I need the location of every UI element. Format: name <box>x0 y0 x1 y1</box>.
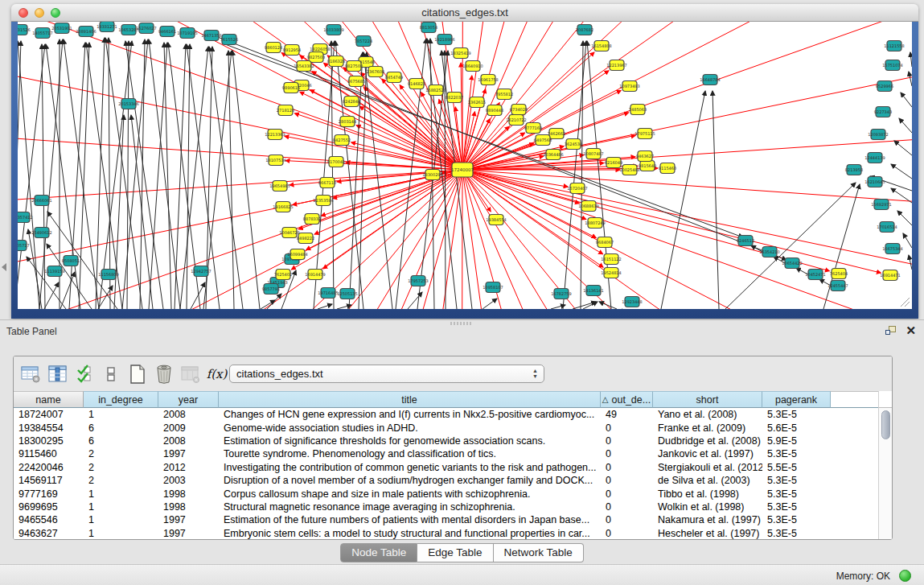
graph-edge[interactable] <box>910 52 912 67</box>
graph-node[interactable]: 9857791 <box>262 284 280 295</box>
cell-year[interactable]: 1997 <box>158 514 219 525</box>
graph-edge[interactable] <box>462 170 596 238</box>
cell-year[interactable]: 1998 <box>158 501 219 513</box>
cell-name[interactable]: 18724007 <box>14 409 84 420</box>
cell-year[interactable]: 2012 <box>158 462 219 473</box>
cell-in_degree[interactable]: 1 <box>84 501 158 513</box>
graph-node[interactable]: 20153346 <box>118 99 138 109</box>
graph-edge[interactable] <box>187 44 190 309</box>
graph-node[interactable]: 18107534 <box>265 155 285 166</box>
graph-edge[interactable] <box>461 170 462 309</box>
graph-node[interactable]: 10654422 <box>782 258 802 269</box>
graph-node[interactable]: 14055717 <box>32 28 52 39</box>
graph-node[interactable]: 10958107 <box>483 282 503 293</box>
graph-edge[interactable] <box>661 91 705 309</box>
graph-node[interactable]: 2087682 <box>576 25 593 35</box>
graph-node[interactable]: 17957253 <box>408 276 428 286</box>
graph-edge[interactable] <box>462 22 912 170</box>
graph-node[interactable]: 15692971 <box>871 200 891 210</box>
cell-name[interactable]: 19384554 <box>14 422 84 434</box>
graph-node[interactable]: 25490612 <box>31 228 51 238</box>
graph-edge[interactable] <box>462 22 912 170</box>
graph-node[interactable]: 12455447 <box>827 281 848 291</box>
graph-node[interactable]: 1675685 <box>347 76 365 87</box>
cell-title[interactable]: Estimation of significance thresholds fo… <box>219 435 601 447</box>
cell-title[interactable]: Corpus callosum shape and size in male p… <box>219 488 601 500</box>
graph-edge[interactable] <box>462 22 912 170</box>
cell-short[interactable]: Nakamura et al. (1997) <box>653 514 762 525</box>
graph-edge[interactable] <box>462 112 474 170</box>
cell-title[interactable]: Estimation of the future numbers of pati… <box>219 514 601 525</box>
graph-node[interactable]: 12942757 <box>191 266 211 277</box>
graph-node[interactable]: 8213958 <box>845 165 863 175</box>
cell-short[interactable]: Franke et al. (2009) <box>653 422 762 434</box>
graph-node[interactable]: 16782759 <box>551 289 571 299</box>
graph-node[interactable]: 7615526 <box>220 35 238 45</box>
graph-node[interactable]: 16099484 <box>287 249 307 260</box>
graph-edge[interactable] <box>462 52 594 170</box>
graph-edge[interactable] <box>225 44 743 237</box>
cell-in_degree[interactable]: 2 <box>84 475 158 486</box>
graph-node[interactable]: 16543382 <box>294 61 314 72</box>
cell-title[interactable]: Genome-wide association studies in ADHD. <box>219 422 601 434</box>
graph-edge[interactable] <box>318 304 332 309</box>
cell-year[interactable]: 2008 <box>158 435 219 447</box>
graph-edge[interactable] <box>28 229 42 309</box>
graph-edge[interactable] <box>899 118 912 133</box>
cell-pagerank[interactable]: 5.9E-5 <box>762 435 831 447</box>
graph-node[interactable]: 9463627 <box>636 151 654 162</box>
graph-node[interactable]: 10357412 <box>18 212 33 223</box>
network-canvas[interactable]: 1623152614055717205319012089140618331271… <box>18 22 912 309</box>
cell-pagerank[interactable]: 5.3E-5 <box>762 409 831 420</box>
cell-out_de[interactable]: 0 <box>601 448 653 459</box>
table-row[interactable]: 946554611997Estimation of the future num… <box>14 513 892 526</box>
graph-edge[interactable] <box>462 22 912 170</box>
graph-node[interactable]: 16914479 <box>305 270 325 280</box>
graph-node[interactable]: 9242844 <box>343 97 360 107</box>
graph-edge[interactable] <box>64 39 99 309</box>
graph-node[interactable]: 12923448 <box>622 297 642 307</box>
graph-node[interactable]: 10973493 <box>619 81 639 92</box>
select-all-columns-icon[interactable] <box>73 364 95 385</box>
graph-node[interactable]: 18807249 <box>585 218 605 229</box>
graph-edge[interactable] <box>713 91 719 309</box>
graph-edge[interactable] <box>164 43 171 309</box>
graph-node[interactable]: 7625402 <box>274 270 292 280</box>
table-settings-icon[interactable] <box>20 364 42 385</box>
graph-edge[interactable] <box>462 22 912 170</box>
graph-node[interactable]: 10025488 <box>619 165 639 175</box>
graph-node[interactable]: 9890615 <box>282 83 300 93</box>
cell-in_degree[interactable]: 1 <box>84 514 158 525</box>
graph-node[interactable]: 3624534 <box>565 139 582 150</box>
graph-edge[interactable] <box>300 92 462 170</box>
scrollbar-thumb[interactable] <box>881 410 890 439</box>
cell-pagerank[interactable]: 5.6E-5 <box>762 422 831 434</box>
graph-node[interactable]: 15751074 <box>882 60 902 71</box>
graph-edge[interactable] <box>462 22 912 170</box>
cell-in_degree[interactable]: 1 <box>84 488 158 500</box>
cell-year[interactable]: 2008 <box>158 409 219 420</box>
tab-edge-table[interactable]: Edge Table <box>417 543 493 562</box>
cell-pagerank[interactable]: 5.3E-5 <box>762 501 831 513</box>
cell-out_de[interactable]: 0 <box>601 501 653 513</box>
column-header-short[interactable]: short <box>653 391 762 408</box>
table-row[interactable]: 946362711997Embryonic stem cells: a mode… <box>14 527 892 540</box>
cell-pagerank[interactable]: 5.3E-5 <box>762 528 831 539</box>
graph-node[interactable]: 9466161 <box>158 27 176 37</box>
graph-node[interactable]: 18640910 <box>462 61 483 72</box>
graph-node[interactable]: 10719195 <box>177 28 197 39</box>
table-row[interactable]: 969969511998Structural magnetic resonanc… <box>14 501 892 513</box>
graph-node[interactable]: 20405717 <box>18 241 30 251</box>
cell-in_degree[interactable]: 6 <box>84 422 158 434</box>
cell-short[interactable]: Wolkin et al. (1998) <box>653 501 762 513</box>
graph-edge[interactable] <box>897 211 912 225</box>
graph-node[interactable]: 19166825 <box>273 202 293 212</box>
graph-node[interactable]: 9815640 <box>639 161 656 171</box>
column-header-out_de[interactable]: △out_de... <box>601 391 653 408</box>
cell-name[interactable]: 9465546 <box>14 514 84 525</box>
graph-node[interactable]: 16961758 <box>478 75 498 85</box>
cell-out_de[interactable]: 0 <box>601 514 653 525</box>
graph-node[interactable]: 16033809 <box>323 25 343 35</box>
graph-node[interactable]: 11139159 <box>44 266 64 277</box>
cell-name[interactable]: 9777169 <box>14 488 84 500</box>
